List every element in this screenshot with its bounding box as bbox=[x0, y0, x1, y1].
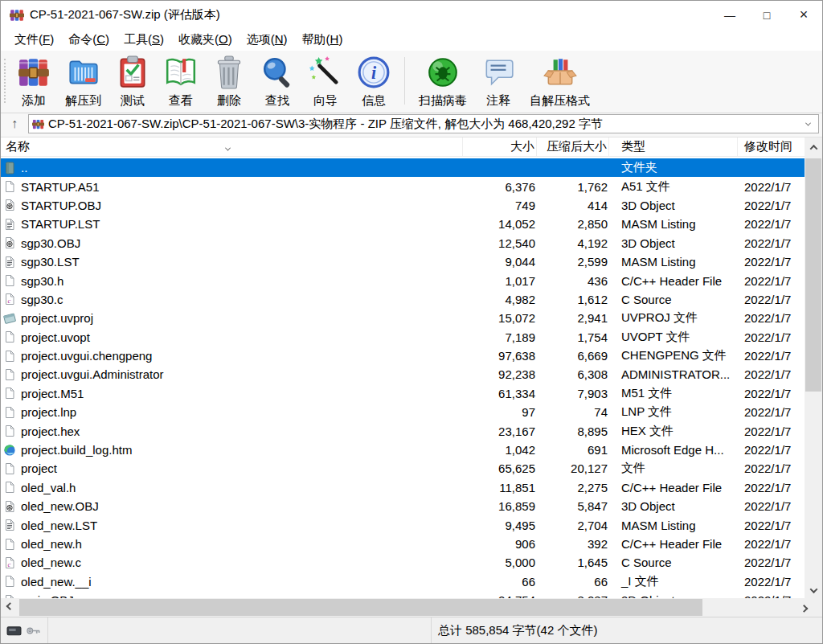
menu-item-c[interactable]: 命令(C) bbox=[61, 30, 117, 50]
toolbar-button-delete[interactable]: 删除 bbox=[206, 55, 252, 109]
scroll-left-icon[interactable] bbox=[1, 598, 19, 617]
scroll-down-icon[interactable] bbox=[805, 580, 822, 598]
toolbar-button-comment[interactable]: 注释 bbox=[475, 55, 522, 109]
column-header-modified[interactable]: 修改时间 bbox=[738, 137, 806, 156]
toolbar-button-add[interactable]: 添加 bbox=[10, 55, 57, 109]
archive-drive-icon bbox=[6, 625, 22, 637]
file-icon bbox=[3, 462, 16, 475]
scroll-right-icon[interactable] bbox=[795, 598, 813, 617]
toolbar-button-sfx[interactable]: 自解压格式 bbox=[523, 55, 596, 109]
column-header-size[interactable]: 大小 bbox=[463, 137, 537, 156]
toolbar-button-label: 扫描病毒 bbox=[419, 93, 467, 109]
file-row[interactable]: project65,62520,127文件2022/1/7 bbox=[1, 459, 806, 478]
file-size: 7,189 bbox=[463, 330, 537, 344]
file-size: 4,982 bbox=[463, 293, 537, 306]
uvproj-icon bbox=[3, 312, 16, 325]
test-icon bbox=[116, 55, 149, 92]
file-row[interactable]: oled_val.h11,8512,275C/C++ Header File20… bbox=[1, 478, 806, 497]
menu-item-f[interactable]: 文件(F) bbox=[7, 30, 61, 50]
vertical-scrollbar[interactable] bbox=[805, 137, 822, 598]
column-header-name[interactable]: 名称 bbox=[1, 137, 463, 156]
toolbar-button-label: 自解压格式 bbox=[530, 93, 590, 109]
file-row[interactable]: oled_new.__i6666_I 文件2022/1/7 bbox=[1, 572, 806, 591]
menu-item-n[interactable]: 选项(N) bbox=[240, 30, 295, 50]
file-row[interactable]: STARTUP.A516,3761,762A51 文件2022/1/7 bbox=[1, 177, 806, 195]
file-row[interactable]: ..文件夹 bbox=[1, 158, 806, 177]
toolbar-button-wizard[interactable]: 向导 bbox=[302, 55, 349, 109]
key-icon[interactable] bbox=[26, 625, 41, 637]
file-row[interactable]: csgp30.c4,9821,612C Source2022/1/7 bbox=[1, 290, 806, 309]
file-name: project.uvgui.Administrator bbox=[21, 367, 164, 381]
file-name: project.lnp bbox=[21, 405, 76, 419]
file-size: 9,044 bbox=[463, 255, 537, 269]
menu-item-o[interactable]: 收藏夹(O) bbox=[171, 30, 240, 50]
file-type: CHENGPENG 文件 bbox=[609, 348, 738, 363]
file-row[interactable]: coled_new.c5,0001,645C Source2022/1/7 bbox=[1, 553, 806, 572]
toolbar-button-label: 删除 bbox=[217, 93, 241, 109]
file-row[interactable]: project.M5161,3347,903M51 文件2022/1/7 bbox=[1, 384, 806, 403]
file-packed-size: 2,599 bbox=[537, 255, 609, 269]
file-row[interactable]: project.uvproj15,0722,941UVPROJ 文件2022/1… bbox=[1, 309, 806, 327]
file-row[interactable]: oled_new.h906392C/C++ Header File2022/1/… bbox=[1, 535, 806, 553]
file-list-area: 名称大小压缩后大小类型修改时间 ..文件夹STARTUP.A516,3761,7… bbox=[1, 137, 822, 598]
up-one-level-button[interactable]: ↑ bbox=[1, 113, 28, 134]
file-row[interactable]: project.uvopt7,1891,754UVOPT 文件2022/1/7 bbox=[1, 328, 806, 347]
status-total-text: 总计 585,854 字节(42 个文件) bbox=[438, 623, 597, 638]
file-row[interactable]: project.lnp9774LNP 文件2022/1/7 bbox=[1, 403, 806, 421]
file-name: project.M51 bbox=[21, 387, 84, 400]
column-header-packed-size[interactable]: 压缩后大小 bbox=[537, 137, 609, 156]
file-packed-size: 414 bbox=[537, 199, 609, 212]
file-packed-size: 74 bbox=[537, 405, 609, 419]
c-icon: c bbox=[3, 556, 16, 569]
file-type: 文件 bbox=[609, 461, 738, 476]
scroll-up-icon[interactable] bbox=[805, 137, 822, 157]
file-type: 3D Object bbox=[609, 199, 738, 212]
file-icon bbox=[3, 350, 16, 363]
file-packed-size: 1,612 bbox=[537, 293, 609, 306]
file-packed-size: 2,275 bbox=[537, 481, 609, 494]
file-name-cell: project.uvgui.Administrator bbox=[1, 367, 463, 381]
file-row[interactable]: sgp30.h1,017436C/C++ Header File2022/1/7 bbox=[1, 271, 806, 289]
file-row[interactable]: project.uvgui.chengpeng97,6386,669CHENGP… bbox=[1, 347, 806, 365]
vertical-scroll-thumb[interactable] bbox=[805, 158, 821, 392]
horizontal-scroll-thumb[interactable] bbox=[19, 599, 702, 616]
file-size: 9,495 bbox=[463, 519, 537, 532]
horizontal-scrollbar[interactable] bbox=[1, 598, 822, 617]
file-name-cell: project.M51 bbox=[1, 387, 463, 400]
toolbar-button-extract-to[interactable]: 解压到 bbox=[59, 55, 108, 109]
address-combobox[interactable]: CP-51-2021-067-SW.zip\CP-51-2021-067-SW\… bbox=[28, 114, 819, 133]
toolbar-button-find[interactable]: 查找 bbox=[254, 55, 301, 109]
maximize-button[interactable]: □ bbox=[748, 1, 785, 29]
menu-item-h[interactable]: 帮助(H) bbox=[295, 30, 350, 50]
file-row[interactable]: STARTUP.LST14,0522,850MASM Listing2022/1… bbox=[1, 215, 806, 233]
file-size: 23,167 bbox=[463, 425, 537, 438]
toolbar-button-test[interactable]: 测试 bbox=[109, 55, 156, 109]
file-row[interactable]: sgp30.LST9,0442,599MASM Listing2022/1/7 bbox=[1, 252, 806, 271]
status-bar: 总计 585,854 字节(42 个文件) bbox=[1, 617, 822, 643]
file-modified: 2022/1/7 bbox=[738, 537, 806, 551]
toolbar-button-info[interactable]: i信息 bbox=[350, 55, 397, 109]
file-row[interactable]: STARTUP.OBJ7494143D Object2022/1/7 bbox=[1, 196, 806, 215]
file-name: STARTUP.A51 bbox=[21, 180, 100, 194]
file-size: 15,072 bbox=[463, 311, 537, 325]
file-name: oled_new.OBJ bbox=[21, 499, 99, 513]
file-row[interactable]: sgp30.OBJ12,5404,1923D Object2022/1/7 bbox=[1, 234, 806, 252]
combobox-dropdown-icon[interactable] bbox=[800, 115, 815, 133]
file-name-cell: oled_new.LST bbox=[1, 519, 463, 532]
toolbar-button-scan-virus[interactable]: 扫描病毒 bbox=[412, 55, 473, 109]
minimize-button[interactable]: — bbox=[711, 1, 748, 29]
file-row[interactable]: project.hex23,1678,895HEX 文件2022/1/7 bbox=[1, 421, 806, 440]
toolbar-button-view[interactable]: 查看 bbox=[158, 55, 204, 109]
file-icon bbox=[3, 406, 16, 419]
file-row[interactable]: project.uvgui.Administrator92,2386,308AD… bbox=[1, 365, 806, 384]
close-button[interactable]: × bbox=[785, 1, 822, 29]
file-name-cell: project bbox=[1, 461, 463, 475]
file-row[interactable]: main.OBJ24,7548,2873D Object2022/1/7 bbox=[1, 591, 806, 598]
file-row[interactable]: project.build_log.htm1,042691Microsoft E… bbox=[1, 441, 806, 459]
column-header-type[interactable]: 类型 bbox=[609, 137, 738, 156]
menu-item-s[interactable]: 工具(S) bbox=[117, 30, 171, 50]
file-row[interactable]: oled_new.LST9,4952,704MASM Listing2022/1… bbox=[1, 515, 806, 534]
toolbar-separator bbox=[404, 57, 405, 105]
comment-icon bbox=[481, 55, 515, 92]
file-row[interactable]: oled_new.OBJ16,8595,8473D Object2022/1/7 bbox=[1, 497, 806, 515]
